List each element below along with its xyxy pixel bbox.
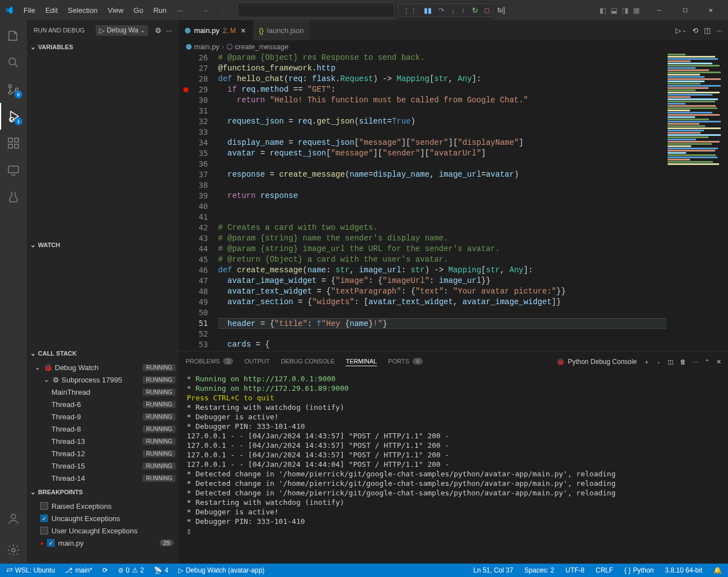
layout-panel-left-icon[interactable]: ◧ xyxy=(599,6,606,15)
debug-stop-icon[interactable]: □ xyxy=(485,6,489,15)
chevron-down-icon: ⌄ xyxy=(29,43,37,51)
status-remote[interactable]: ⮂WSL: Ubuntu xyxy=(4,566,56,574)
menu-edit[interactable]: Edit xyxy=(41,4,62,17)
panel-maximize-icon[interactable]: ⌃ xyxy=(705,358,710,366)
status-notifications[interactable]: 🔔 xyxy=(712,566,724,574)
callstack-item[interactable]: Thread-8RUNNING xyxy=(27,423,179,435)
callstack-item[interactable]: Thread-6RUNNING xyxy=(27,398,179,410)
debug-stepinto-icon[interactable]: ↓ xyxy=(451,6,455,15)
split-editor-icon[interactable]: ◫ xyxy=(704,26,711,35)
command-center-search[interactable] xyxy=(238,3,394,17)
panel-more-icon[interactable]: ··· xyxy=(693,358,698,365)
callstack-item[interactable]: Thread-9RUNNING xyxy=(27,410,179,423)
close-icon[interactable]: ✕ xyxy=(239,27,247,35)
debug-config-select[interactable]: ▷ Debug Wa ⌄ xyxy=(96,25,148,36)
checkbox[interactable] xyxy=(40,527,48,535)
new-terminal-icon[interactable]: ＋ xyxy=(644,358,650,366)
checkbox[interactable]: ✓ xyxy=(47,539,55,547)
debug-drag-handle-icon[interactable]: ⋮⋮ xyxy=(403,6,417,15)
menu-go[interactable]: Go xyxy=(129,4,148,17)
status-language[interactable]: { }Python xyxy=(623,566,656,574)
activity-explorer[interactable] xyxy=(0,22,27,49)
status-ports[interactable]: 📡4 xyxy=(152,566,170,574)
layout-customize-icon[interactable]: ▦ xyxy=(633,6,640,15)
editor-more-icon[interactable]: ··· xyxy=(716,26,722,35)
section-breakpoints-header[interactable]: ⌄ BREAKPOINTS xyxy=(27,485,179,499)
debug-more-icon[interactable]: ··· xyxy=(166,26,172,35)
tab-main-py[interactable]: ⬣ main.py 2, M ✕ xyxy=(179,20,253,40)
callstack-item[interactable]: ⌄⚙Subprocess 17995RUNNING xyxy=(27,373,179,386)
activity-extensions[interactable] xyxy=(0,130,27,157)
activity-testing[interactable] xyxy=(0,183,27,210)
breakpoint-file-item[interactable]: ●✓main.py29 xyxy=(27,537,179,549)
debug-stepout-icon[interactable]: ↑ xyxy=(461,6,465,15)
status-spaces[interactable]: Spaces: 2 xyxy=(523,566,556,574)
checkbox[interactable] xyxy=(40,502,48,510)
breakpoint-item[interactable]: ✓Uncaught Exceptions xyxy=(27,512,179,524)
status-debug[interactable]: ▷Debug Watch (avatar-app) xyxy=(177,566,266,574)
checkbox[interactable]: ✓ xyxy=(40,514,48,522)
status-sync[interactable]: ⟳ xyxy=(101,566,110,574)
nav-forward-icon[interactable]: → xyxy=(216,4,230,17)
panel-tab-ports[interactable]: PORTS 4 xyxy=(388,358,423,366)
kill-terminal-icon[interactable]: 🗑 xyxy=(680,358,686,365)
panel-close-icon[interactable]: ✕ xyxy=(716,358,721,366)
debug-gear-icon[interactable]: ⚙ xyxy=(155,26,162,35)
breadcrumbs[interactable]: ⬣ main.py › ⬡ create_message xyxy=(179,40,728,53)
status-branch[interactable]: ⎇main* xyxy=(63,566,94,574)
menu-view[interactable]: View xyxy=(103,4,128,17)
callstack-item[interactable]: Thread-12RUNNING xyxy=(27,447,179,460)
panel-tab-output[interactable]: OUTPUT xyxy=(244,358,270,366)
breakpoint-dot-icon[interactable] xyxy=(183,87,188,92)
activity-source-control[interactable]: 6 xyxy=(0,76,27,103)
panel-tab-terminal[interactable]: TERMINAL xyxy=(346,358,377,366)
window-minimize-icon[interactable]: ─ xyxy=(646,0,672,20)
callstack-item[interactable]: ⌄🐞Debug WatchRUNNING xyxy=(27,361,179,373)
breakpoint-item[interactable]: User Uncaught Exceptions xyxy=(27,524,179,537)
debug-pause-icon[interactable]: ▮▮ xyxy=(424,6,432,15)
status-cursor[interactable]: Ln 51, Col 37 xyxy=(471,566,514,574)
callstack-item[interactable]: Thread-14RUNNING xyxy=(27,472,179,484)
section-callstack-header[interactable]: ⌄ CALL STACK xyxy=(27,347,179,360)
callstack-item[interactable]: Thread-15RUNNING xyxy=(27,460,179,472)
status-eol[interactable]: CRLF xyxy=(594,566,614,574)
section-watch-header[interactable]: ⌄ WATCH xyxy=(27,238,179,252)
status-problems[interactable]: ⊘0⚠2 xyxy=(116,566,145,574)
debug-restart-icon[interactable]: ↻ xyxy=(472,6,478,15)
status-badge: RUNNING xyxy=(143,376,176,384)
layout-panel-right-icon[interactable]: ◨ xyxy=(622,6,628,15)
activity-settings[interactable] xyxy=(0,537,27,564)
split-terminal-icon[interactable]: ◫ xyxy=(668,358,673,366)
status-encoding[interactable]: UTF-8 xyxy=(564,566,586,574)
editor-body[interactable]: 2627282930313233343536373839404142434445… xyxy=(179,53,728,351)
panel-tab-debug-console[interactable]: DEBUG CONSOLE xyxy=(281,358,335,366)
debug-alt-icon[interactable]: ⟲ xyxy=(692,26,698,35)
menu-run[interactable]: Run xyxy=(149,4,171,17)
window-close-icon[interactable]: ✕ xyxy=(698,0,724,20)
run-file-button[interactable]: ▷⌄ xyxy=(675,26,687,35)
layout-panel-bottom-icon[interactable]: ⬓ xyxy=(611,6,617,15)
activity-debug[interactable]: 1 xyxy=(0,103,27,130)
minimap[interactable] xyxy=(666,53,728,351)
terminal-profile-select[interactable]: 🐞 Python Debug Console xyxy=(556,358,636,366)
nav-back-icon[interactable]: ← xyxy=(200,4,214,17)
activity-search[interactable] xyxy=(0,49,27,76)
callstack-item[interactable]: Thread-13RUNNING xyxy=(27,435,179,447)
terminal-body[interactable]: * Running on http://127.0.0.1:9000 * Run… xyxy=(179,372,728,564)
tab-launch-json[interactable]: {} launch.json xyxy=(253,20,310,40)
callstack-item[interactable]: MainThreadRUNNING xyxy=(27,386,179,398)
status-interpreter[interactable]: 3.8.10 64-bit xyxy=(663,566,704,574)
window-maximize-icon[interactable]: ☐ xyxy=(672,0,698,20)
activity-account[interactable] xyxy=(0,505,27,532)
gear-icon: ⚙ xyxy=(53,376,59,384)
panel-tab-problems[interactable]: PROBLEMS 2 xyxy=(186,358,233,366)
menu-file[interactable]: File xyxy=(19,4,40,17)
section-variables-header[interactable]: ⌄ VARIABLES xyxy=(27,40,179,54)
debug-stepover-icon[interactable]: ↷ xyxy=(438,6,445,15)
menu-overflow[interactable]: ··· xyxy=(172,4,187,17)
menu-selection[interactable]: Selection xyxy=(63,4,102,17)
svg-point-0 xyxy=(9,58,16,65)
breakpoint-item[interactable]: Raised Exceptions xyxy=(27,500,179,512)
terminal-dropdown-icon[interactable]: ⌄ xyxy=(656,359,661,365)
activity-remote[interactable] xyxy=(0,157,27,183)
